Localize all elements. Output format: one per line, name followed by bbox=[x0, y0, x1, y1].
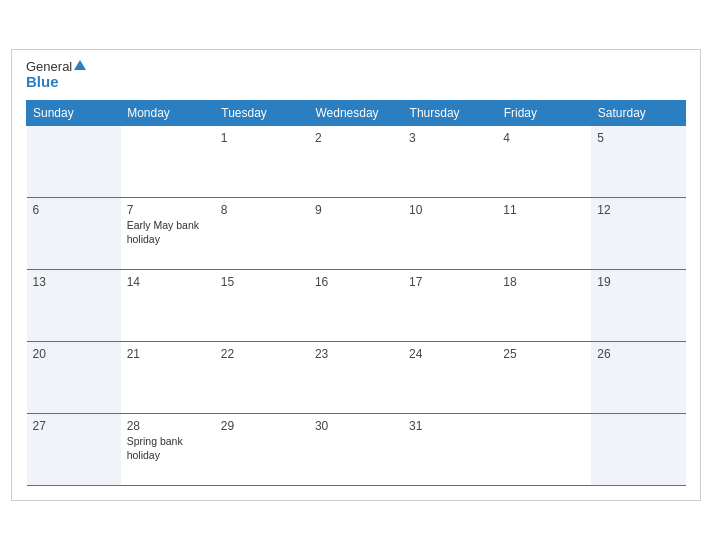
week-row-4: 20212223242526 bbox=[27, 342, 686, 414]
day-number: 3 bbox=[409, 131, 491, 145]
day-number: 22 bbox=[221, 347, 303, 361]
day-number: 18 bbox=[503, 275, 585, 289]
weekday-header-wednesday: Wednesday bbox=[309, 101, 403, 126]
day-number: 19 bbox=[597, 275, 679, 289]
day-number: 29 bbox=[221, 419, 303, 433]
day-number: 4 bbox=[503, 131, 585, 145]
calendar-cell: 3 bbox=[403, 126, 497, 198]
calendar-cell: 25 bbox=[497, 342, 591, 414]
weekday-header-saturday: Saturday bbox=[591, 101, 685, 126]
day-number: 11 bbox=[503, 203, 585, 217]
day-number: 27 bbox=[33, 419, 115, 433]
day-number: 21 bbox=[127, 347, 209, 361]
calendar-cell: 16 bbox=[309, 270, 403, 342]
calendar-header: General Blue bbox=[26, 60, 686, 91]
weekday-header-thursday: Thursday bbox=[403, 101, 497, 126]
day-number: 6 bbox=[33, 203, 115, 217]
calendar-cell: 29 bbox=[215, 414, 309, 486]
day-number: 2 bbox=[315, 131, 397, 145]
calendar-cell bbox=[591, 414, 685, 486]
calendar-cell: 12 bbox=[591, 198, 685, 270]
calendar-cell: 15 bbox=[215, 270, 309, 342]
week-row-5: 2728Spring bank holiday293031 bbox=[27, 414, 686, 486]
calendar-cell: 10 bbox=[403, 198, 497, 270]
calendar-cell: 26 bbox=[591, 342, 685, 414]
day-number: 24 bbox=[409, 347, 491, 361]
calendar-cell: 7Early May bank holiday bbox=[121, 198, 215, 270]
day-number: 26 bbox=[597, 347, 679, 361]
event-label: Spring bank holiday bbox=[127, 435, 209, 462]
week-row-1: 12345 bbox=[27, 126, 686, 198]
day-number: 7 bbox=[127, 203, 209, 217]
day-number: 25 bbox=[503, 347, 585, 361]
day-number: 14 bbox=[127, 275, 209, 289]
calendar-cell: 1 bbox=[215, 126, 309, 198]
calendar-cell bbox=[27, 126, 121, 198]
day-number: 28 bbox=[127, 419, 209, 433]
calendar-grid: SundayMondayTuesdayWednesdayThursdayFrid… bbox=[26, 100, 686, 486]
calendar-cell: 5 bbox=[591, 126, 685, 198]
calendar-cell: 6 bbox=[27, 198, 121, 270]
weekday-header-tuesday: Tuesday bbox=[215, 101, 309, 126]
calendar-cell: 11 bbox=[497, 198, 591, 270]
event-label: Early May bank holiday bbox=[127, 219, 209, 246]
calendar-cell bbox=[497, 414, 591, 486]
week-row-2: 67Early May bank holiday89101112 bbox=[27, 198, 686, 270]
calendar-cell: 31 bbox=[403, 414, 497, 486]
calendar-cell: 14 bbox=[121, 270, 215, 342]
calendar-cell: 13 bbox=[27, 270, 121, 342]
logo-triangle-icon bbox=[74, 60, 86, 70]
day-number: 16 bbox=[315, 275, 397, 289]
calendar-cell: 17 bbox=[403, 270, 497, 342]
day-number: 30 bbox=[315, 419, 397, 433]
calendar-cell: 21 bbox=[121, 342, 215, 414]
calendar-cell: 30 bbox=[309, 414, 403, 486]
day-number: 12 bbox=[597, 203, 679, 217]
day-number: 8 bbox=[221, 203, 303, 217]
calendar-cell: 28Spring bank holiday bbox=[121, 414, 215, 486]
calendar-cell bbox=[121, 126, 215, 198]
day-number: 1 bbox=[221, 131, 303, 145]
logo-general-text: General bbox=[26, 60, 86, 74]
calendar-cell: 22 bbox=[215, 342, 309, 414]
calendar-cell: 8 bbox=[215, 198, 309, 270]
day-number: 13 bbox=[33, 275, 115, 289]
weekday-header-friday: Friday bbox=[497, 101, 591, 126]
day-number: 20 bbox=[33, 347, 115, 361]
calendar-cell: 2 bbox=[309, 126, 403, 198]
calendar-cell: 9 bbox=[309, 198, 403, 270]
calendar-cell: 18 bbox=[497, 270, 591, 342]
logo: General Blue bbox=[26, 60, 86, 91]
calendar-cell: 20 bbox=[27, 342, 121, 414]
day-number: 23 bbox=[315, 347, 397, 361]
weekday-header-monday: Monday bbox=[121, 101, 215, 126]
calendar-cell: 4 bbox=[497, 126, 591, 198]
weekday-header-row: SundayMondayTuesdayWednesdayThursdayFrid… bbox=[27, 101, 686, 126]
day-number: 9 bbox=[315, 203, 397, 217]
week-row-3: 13141516171819 bbox=[27, 270, 686, 342]
calendar-cell: 24 bbox=[403, 342, 497, 414]
calendar-container: General Blue SundayMondayTuesdayWednesda… bbox=[11, 49, 701, 502]
calendar-cell: 23 bbox=[309, 342, 403, 414]
day-number: 31 bbox=[409, 419, 491, 433]
weekday-header-sunday: Sunday bbox=[27, 101, 121, 126]
day-number: 17 bbox=[409, 275, 491, 289]
day-number: 5 bbox=[597, 131, 679, 145]
calendar-cell: 27 bbox=[27, 414, 121, 486]
logo-blue-text: Blue bbox=[26, 74, 86, 91]
day-number: 15 bbox=[221, 275, 303, 289]
calendar-cell: 19 bbox=[591, 270, 685, 342]
day-number: 10 bbox=[409, 203, 491, 217]
